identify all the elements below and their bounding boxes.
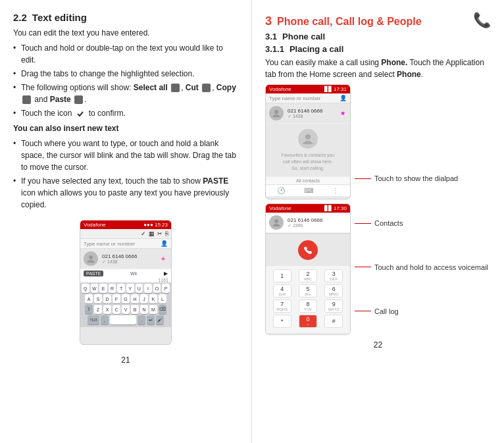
key-j[interactable]: J: [140, 294, 148, 303]
phone1-all-contacts: All contacts: [266, 176, 350, 184]
phone2-call-button[interactable]: [298, 240, 318, 260]
phone2-time: ▊▊ 17:30: [324, 205, 347, 211]
phones-annotations-container: Vodafone ▊▊ 17:31 Type name or number 👤 …: [265, 84, 491, 199]
key-d[interactable]: D: [103, 294, 111, 303]
phone-screenshot-left: Vodafone ●●● 15:23 ✓ ▦ ✂ ⎘ Type name or …: [80, 220, 172, 345]
key-num[interactable]: ?123: [88, 315, 99, 325]
dial-key-0[interactable]: 0+: [299, 315, 317, 328]
key-space[interactable]: [110, 315, 136, 325]
key-a[interactable]: A: [85, 294, 93, 303]
key-h[interactable]: H: [131, 294, 139, 303]
phone1-center-icon: [298, 129, 318, 149]
phone1-number: 021 6146 0666: [288, 108, 340, 114]
dial-key-8[interactable]: 8TUV: [299, 300, 317, 313]
phone-icon: 📞: [473, 12, 491, 29]
key-m[interactable]: M: [149, 305, 157, 314]
contact-avatar: [84, 251, 98, 266]
body-text: You can easily make a call using Phone. …: [265, 57, 491, 80]
key-s[interactable]: S: [94, 294, 102, 303]
right-page: 3 Phone call, Call log & People 📞 3.1 Ph…: [252, 0, 504, 443]
annotation-calllog: Call log: [355, 307, 488, 315]
phone1-search-text: Type name or number: [269, 95, 320, 101]
key-c[interactable]: C: [113, 305, 120, 314]
key-o[interactable]: O: [153, 284, 161, 293]
key-u[interactable]: U: [136, 284, 143, 293]
phone1-avatar: [269, 106, 284, 120]
phone1-time: ▊▊ 17:31: [324, 86, 347, 92]
key-x[interactable]: X: [103, 305, 111, 314]
key-v[interactable]: V: [122, 305, 130, 314]
bullet-item: The following options will show: Select …: [13, 82, 238, 105]
paste-button[interactable]: PASTE: [84, 271, 103, 276]
dial-key-hash[interactable]: #: [324, 315, 343, 328]
phone1-bottom-nav: 🕐 ⌨ ⋮: [266, 184, 350, 196]
phone1-search-icon: 👤: [340, 95, 347, 101]
phone2-call-btn-row: [266, 234, 350, 266]
bullet-list-2: Touch where you want to type, or touch a…: [13, 138, 238, 211]
phone1-search: Type name or number 👤: [266, 93, 350, 103]
key-i[interactable]: I: [144, 284, 152, 293]
subheading: You can also insert new text: [13, 122, 238, 134]
phone-screenshot-1: Vodafone ▊▊ 17:31 Type name or number 👤 …: [265, 84, 351, 199]
phone-screenshot-2: Vodafone ▊▊ 17:30 021 6146 0666 ✓ 1990: [265, 203, 351, 335]
dial-key-5[interactable]: 5JKL: [299, 284, 317, 298]
section-num-right: 3: [265, 14, 272, 28]
keyboard: Q W E R T Y U I O P A S D: [80, 282, 171, 327]
phone2-avatar: [269, 215, 284, 230]
contact-info: 021 6146 0666 ✓ 1438: [102, 253, 161, 265]
phone2-bottom-nav: 🕐 📞 ⋮: [266, 333, 350, 335]
icons-row: ●●● 15:23: [143, 222, 168, 228]
contact-number: 021 6146 0666: [102, 253, 161, 259]
key-q[interactable]: Q: [82, 284, 89, 293]
key-k[interactable]: K: [149, 294, 157, 303]
key-z[interactable]: Z: [94, 305, 102, 314]
annotation-line-contacts: [355, 223, 371, 224]
key-period[interactable]: .: [138, 315, 145, 325]
dial-key-9[interactable]: 9WXYZ: [324, 300, 343, 313]
key-n[interactable]: N: [140, 305, 148, 314]
phone2-contact: 021 6146 0666 ✓ 1990: [266, 213, 350, 233]
key-enter[interactable]: ↵: [147, 315, 155, 325]
dial-key-4[interactable]: 4GHI: [273, 284, 291, 298]
annotation-calllog-text: Call log: [374, 307, 399, 315]
dial-key-3[interactable]: 3DEF: [324, 269, 343, 282]
sub1-num: 3.1: [265, 32, 277, 41]
left-page: 2.2 Text editing You can edit the text y…: [0, 0, 252, 443]
dial-key-star[interactable]: *: [273, 315, 291, 328]
phone-top-bar: Vodafone ●●● 15:23: [80, 221, 171, 229]
key-comma[interactable]: ,: [101, 315, 109, 325]
key-y[interactable]: Y: [126, 284, 134, 293]
phone-search: Type name or number 👤: [80, 239, 171, 249]
key-backspace[interactable]: ⌫: [159, 305, 166, 314]
phone2-container: Vodafone ▊▊ 17:30 021 6146 0666 ✓ 1990: [265, 203, 491, 335]
dial-key-1[interactable]: 1: [273, 269, 291, 282]
dial-key-2[interactable]: 2ABC: [299, 269, 317, 282]
annotation-dialpad: Touch to show the dialpad: [355, 174, 458, 182]
key-p[interactable]: P: [162, 284, 170, 293]
phone2-info: 021 6146 0666 ✓ 1990: [288, 217, 347, 228]
phone1-contact: 021 6146 0666 ✓ 1438 ★: [266, 103, 350, 124]
phone1-star: ★: [340, 110, 345, 117]
search-placeholder: Type name or number: [84, 241, 135, 247]
key-f[interactable]: F: [113, 294, 120, 303]
key-mic[interactable]: 🎤: [156, 315, 164, 325]
page-num-left: 21: [13, 355, 238, 365]
dial-key-6[interactable]: 6MNO: [324, 284, 343, 298]
key-r[interactable]: R: [109, 284, 116, 293]
contact-row: 021 6146 0666 ✓ 1438 ★: [80, 249, 171, 269]
carrier-left: Vodafone: [84, 222, 106, 228]
key-w[interactable]: W: [91, 284, 99, 293]
dialpad: 1 2ABC 3DEF 4GHI 5JKL 6MNO 7PQRS 8TUV 9W…: [266, 266, 350, 333]
dial-key-7[interactable]: 7PQRS: [273, 300, 291, 313]
bullet-item: If you have selected any text, touch the…: [13, 175, 238, 211]
phone2-carrier: Vodafone: [269, 205, 291, 211]
key-b[interactable]: B: [131, 305, 139, 314]
annotation-voicemail-text: Touch and hold to access voicemail: [374, 263, 488, 271]
key-l[interactable]: L: [159, 294, 166, 303]
sub2-title: Placing a call: [290, 44, 343, 54]
key-t[interactable]: T: [117, 284, 125, 293]
key-g[interactable]: G: [122, 294, 130, 303]
phone1-contact-info: 021 6146 0666 ✓ 1438: [288, 108, 340, 119]
key-e[interactable]: E: [99, 284, 107, 293]
key-shift[interactable]: ⇧: [85, 305, 93, 314]
